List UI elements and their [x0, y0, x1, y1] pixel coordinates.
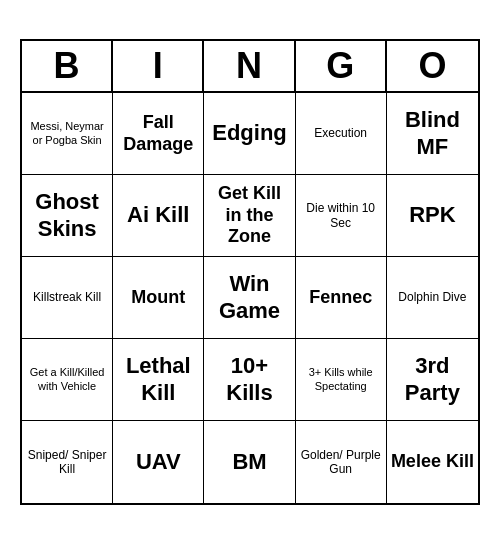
cell-text-9: RPK	[409, 202, 455, 228]
cell-text-16: Lethal Kill	[117, 353, 199, 406]
bingo-cell-24: Melee Kill	[387, 421, 478, 503]
cell-text-19: 3rd Party	[391, 353, 474, 406]
cell-text-18: 3+ Kills while Spectating	[300, 366, 382, 392]
bingo-cell-21: UAV	[113, 421, 204, 503]
bingo-cell-22: BM	[204, 421, 295, 503]
bingo-cell-3: Execution	[296, 93, 387, 175]
cell-text-13: Fennec	[309, 287, 372, 309]
header-letter-n: N	[204, 41, 295, 91]
bingo-cell-16: Lethal Kill	[113, 339, 204, 421]
cell-text-23: Golden/ Purple Gun	[300, 448, 382, 477]
bingo-cell-13: Fennec	[296, 257, 387, 339]
cell-text-3: Execution	[314, 126, 367, 140]
bingo-cell-1: Fall Damage	[113, 93, 204, 175]
bingo-cell-15: Get a Kill/Killed with Vehicle	[22, 339, 113, 421]
cell-text-5: Ghost Skins	[26, 189, 108, 242]
bingo-cell-4: Blind MF	[387, 93, 478, 175]
bingo-cell-10: Killstreak Kill	[22, 257, 113, 339]
cell-text-10: Killstreak Kill	[33, 290, 101, 304]
bingo-grid: Messi, Neymar or Pogba SkinFall DamageEd…	[22, 93, 478, 503]
bingo-cell-23: Golden/ Purple Gun	[296, 421, 387, 503]
bingo-cell-0: Messi, Neymar or Pogba Skin	[22, 93, 113, 175]
bingo-header: BINGO	[22, 41, 478, 93]
cell-text-8: Die within 10 Sec	[300, 201, 382, 230]
bingo-cell-8: Die within 10 Sec	[296, 175, 387, 257]
bingo-cell-2: Edging	[204, 93, 295, 175]
header-letter-b: B	[22, 41, 113, 91]
header-letter-o: O	[387, 41, 478, 91]
header-letter-i: I	[113, 41, 204, 91]
cell-text-21: UAV	[136, 449, 181, 475]
cell-text-1: Fall Damage	[117, 112, 199, 155]
cell-text-6: Ai Kill	[127, 202, 189, 228]
cell-text-0: Messi, Neymar or Pogba Skin	[26, 120, 108, 146]
cell-text-7: Get Kill in the Zone	[208, 183, 290, 248]
bingo-cell-9: RPK	[387, 175, 478, 257]
bingo-cell-7: Get Kill in the Zone	[204, 175, 295, 257]
bingo-cell-5: Ghost Skins	[22, 175, 113, 257]
cell-text-17: 10+ Kills	[208, 353, 290, 406]
cell-text-22: BM	[232, 449, 266, 475]
cell-text-20: Sniped/ Sniper Kill	[26, 448, 108, 477]
cell-text-24: Melee Kill	[391, 451, 474, 473]
header-letter-g: G	[296, 41, 387, 91]
cell-text-14: Dolphin Dive	[398, 290, 466, 304]
bingo-card: BINGO Messi, Neymar or Pogba SkinFall Da…	[20, 39, 480, 505]
cell-text-12: Win Game	[208, 271, 290, 324]
cell-text-15: Get a Kill/Killed with Vehicle	[26, 366, 108, 392]
cell-text-11: Mount	[131, 287, 185, 309]
bingo-cell-6: Ai Kill	[113, 175, 204, 257]
bingo-cell-12: Win Game	[204, 257, 295, 339]
bingo-cell-18: 3+ Kills while Spectating	[296, 339, 387, 421]
bingo-cell-17: 10+ Kills	[204, 339, 295, 421]
cell-text-2: Edging	[212, 120, 287, 146]
cell-text-4: Blind MF	[391, 107, 474, 160]
bingo-cell-14: Dolphin Dive	[387, 257, 478, 339]
bingo-cell-19: 3rd Party	[387, 339, 478, 421]
bingo-cell-11: Mount	[113, 257, 204, 339]
bingo-cell-20: Sniped/ Sniper Kill	[22, 421, 113, 503]
